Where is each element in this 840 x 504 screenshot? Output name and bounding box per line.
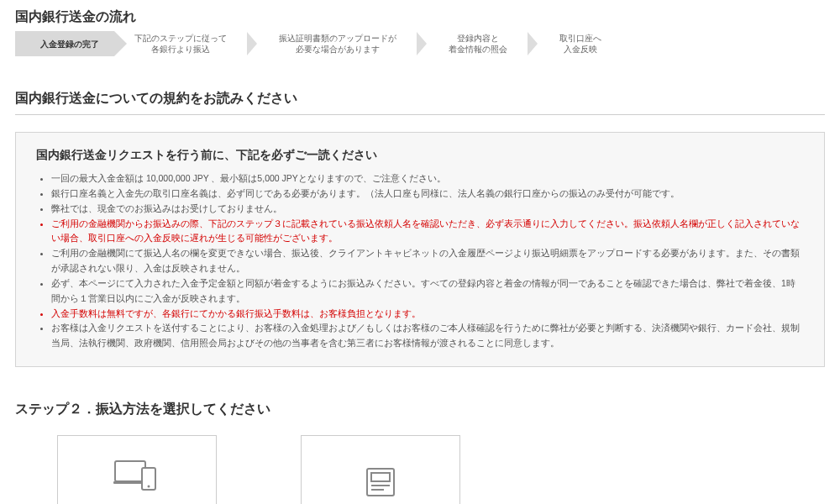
svg-rect-5 xyxy=(371,473,390,481)
step-3-label: 振込証明書類のアップロードが 必要な場合があります xyxy=(279,33,396,55)
step-3: 振込証明書類のアップロードが 必要な場合があります xyxy=(259,31,408,56)
devices-icon xyxy=(113,454,160,496)
terms-item: ご利用の金融機関にて振込人名の欄を変更できない場合、振込後、クライアントキャビネ… xyxy=(51,246,804,276)
chevron-icon xyxy=(417,32,427,55)
step-2: 下記のステップに従って 各銀行より振込 xyxy=(114,31,239,56)
svg-rect-0 xyxy=(115,461,145,481)
flow-title: 国内銀行送金の流れ xyxy=(15,8,825,26)
terms-item: 銀行口座名義と入金先の取引口座名義は、必ず同じである必要があります。（法人口座も… xyxy=(51,186,804,202)
terms-item: ご利用の金融機関からお振込みの際、下記のステップ３に記載されている振込依頼人名を… xyxy=(51,217,804,247)
step-5: 取引口座へ 入金反映 xyxy=(539,31,613,56)
step-1: 入金登録の完了 xyxy=(15,31,114,56)
terms-item: 一回の最大入金金額は 10,000,000 JPY 、最小額は5,000 JPY… xyxy=(51,171,804,186)
step2-title: ステップ２．振込方法を選択してください xyxy=(15,401,825,418)
terms-item: 弊社では、現金でのお振込みはお受けしておりません。 xyxy=(51,202,804,217)
step-4: 登録内容と 着金情報の照会 xyxy=(428,31,519,56)
atm-icon xyxy=(364,461,397,503)
chevron-icon xyxy=(528,32,538,55)
step-1-label: 入金登録の完了 xyxy=(40,39,99,50)
option-atm[interactable]: ATMでの振込 xyxy=(301,435,460,504)
divider xyxy=(15,114,825,115)
step-5-label: 取引口座へ 入金反映 xyxy=(559,33,601,55)
terms-item: 必ず、本ページにて入力された入金予定金額と同額が着金するようにお振込みください。… xyxy=(51,276,804,307)
transfer-options: インターネットバンキングでの振込 ATMでの振込 xyxy=(15,435,825,504)
terms-subtitle: 国内銀行送金リクエストを行う前に、下記を必ずご一読ください xyxy=(36,148,804,163)
terms-list: 一回の最大入金金額は 10,000,000 JPY 、最小額は5,000 JPY… xyxy=(36,171,804,351)
terms-item: 入金手数料は無料ですが、各銀行にてかかる銀行振込手数料は、お客様負担となります。 xyxy=(51,307,804,322)
chevron-icon xyxy=(247,32,257,55)
option-internet-banking[interactable]: インターネットバンキングでの振込 xyxy=(57,435,217,504)
step-2-label: 下記のステップに従って 各銀行より振込 xyxy=(134,33,227,55)
svg-point-3 xyxy=(148,486,150,488)
terms-section-title: 国内銀行送金についての規約をお読みください xyxy=(15,90,825,108)
terms-item: お客様は入金リクエストを送付することにより、お客様の入金処理および／もしくはお客… xyxy=(51,321,804,351)
progress-stepbar: 入金登録の完了 下記のステップに従って 各銀行より振込 振込証明書類のアップロー… xyxy=(15,31,825,56)
terms-box: 国内銀行送金リクエストを行う前に、下記を必ずご一読ください 一回の最大入金金額は… xyxy=(15,132,825,367)
step-4-label: 登録内容と 着金情報の照会 xyxy=(449,33,507,55)
